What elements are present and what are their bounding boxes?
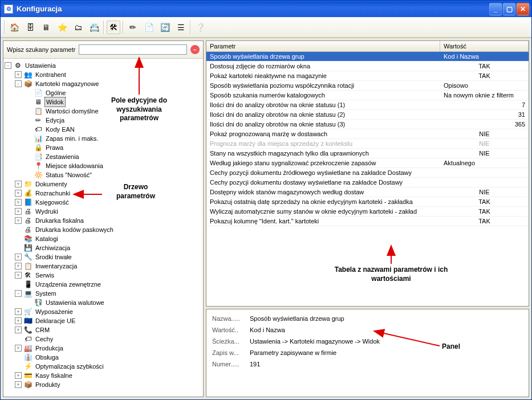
grid-row[interactable]: Ilości dni do analizy obrotów na oknie s…	[206, 120, 529, 129]
tree-item-label[interactable]: Miejsce składowania	[44, 161, 104, 170]
tree-node[interactable]: +🛒Wyposażenie	[5, 307, 202, 316]
grid-row[interactable]: Dostosuj zdjęcie do rozmiarów oknaTAK	[206, 62, 529, 71]
expand-icon[interactable]: +	[15, 71, 22, 78]
collapse-icon[interactable]: -	[15, 80, 22, 87]
tree-item-label[interactable]: Serwis	[34, 271, 55, 280]
tool-icon-4[interactable]: 📇	[87, 21, 101, 34]
grid-body[interactable]: Sposób wyświetlania drzewa grupKod i Naz…	[206, 52, 529, 306]
tree-item-label[interactable]: Drukarka kodów paskowych	[34, 225, 115, 234]
tree-item-label[interactable]: Wyposażenie	[34, 307, 74, 316]
tree-item-label[interactable]: Ogólne	[44, 88, 67, 97]
clear-search-icon[interactable]: −	[190, 45, 200, 54]
tree-node[interactable]: 🏷Cechy	[5, 334, 202, 344]
grid-row[interactable]: Ilości dni do analizy obrotów na oknie s…	[206, 100, 529, 110]
grid-row[interactable]: Pokazuj kolumnę "Ident. kart." kartoteki…	[206, 217, 529, 226]
maximize-button[interactable]: ▢	[503, 3, 515, 15]
tree-node[interactable]: 📄Ogólne	[5, 88, 202, 97]
tree-node[interactable]: +🔧Środki trwałe	[5, 252, 202, 262]
tree-node[interactable]: +📞CRM	[5, 325, 202, 334]
tree-node[interactable]: +💳Kasy fiskalne	[5, 371, 202, 380]
grid-row[interactable]: Sposób szukania numerów katalogowychNa n…	[206, 91, 529, 100]
tree-item-label[interactable]: Deklaracje UE	[34, 316, 76, 325]
expand-icon[interactable]: +	[15, 263, 22, 270]
tree-item-label[interactable]: Zestawienia	[44, 152, 80, 161]
tree-item-label[interactable]: Ustawienia walutowe	[44, 298, 105, 307]
tree-item-label[interactable]: Kartoteki magazynowe	[34, 79, 100, 88]
grid-row[interactable]: Prognoza marży dla miejsca sprzedaży z k…	[206, 139, 529, 149]
tree-item-label[interactable]: Ustawienia	[24, 61, 57, 70]
tree-item-label[interactable]: Kasy fiskalne	[34, 371, 74, 380]
tree-item-label[interactable]: Środki trwałe	[34, 252, 73, 262]
tree-item-label[interactable]: CRM	[34, 325, 51, 334]
tree-item-label[interactable]: Produkty	[34, 380, 61, 389]
tree-item-label[interactable]: Dokumenty	[34, 179, 68, 189]
tree-item-label[interactable]: Optymalizacja szybkości	[34, 362, 105, 371]
tree-node[interactable]: +💰Rozrachunki	[5, 189, 202, 198]
expand-icon[interactable]: +	[15, 326, 22, 333]
col-header-value[interactable]: Wartość	[440, 41, 529, 51]
close-button[interactable]: ✕	[517, 3, 529, 15]
tree-item-label[interactable]: Archiwizacja	[34, 243, 71, 252]
expand-icon[interactable]: +	[15, 308, 22, 315]
minimize-button[interactable]: _	[489, 3, 502, 15]
grid-row[interactable]: Pokaż kartoteki nieaktywne na magazynieT…	[206, 71, 529, 81]
expand-icon[interactable]: +	[15, 199, 22, 206]
tree-node[interactable]: 💱Ustawienia walutowe	[5, 298, 202, 307]
tree-node[interactable]: +📘Księgowość	[5, 198, 202, 207]
tree-item-label[interactable]: Obsługa	[34, 353, 60, 362]
tree-node[interactable]: +🇪🇺Deklaracje UE	[5, 316, 202, 325]
tree-item-label[interactable]: Kontrahent	[34, 70, 67, 79]
collapse-icon[interactable]: -	[15, 290, 22, 297]
col-header-param[interactable]: Parametr	[206, 41, 440, 51]
tree-item-label[interactable]: Urządzenia zewnętrzne	[34, 280, 102, 289]
tree-node[interactable]: +🏭Produkcja	[5, 344, 202, 353]
tree-node[interactable]: 🏷Kody EAN	[5, 125, 202, 134]
tree-node[interactable]: +🖨Drukarka fiskalna	[5, 216, 202, 225]
favorite-icon[interactable]: ⭐	[55, 21, 69, 34]
edit-icon[interactable]: ✏	[126, 21, 140, 34]
tree-node[interactable]: -📦Kartoteki magazynowe	[5, 79, 202, 88]
expand-icon[interactable]: +	[15, 381, 22, 388]
tool-icon-2[interactable]: 🖥	[39, 21, 53, 34]
tree-node[interactable]: 👔Obsługa	[5, 353, 202, 362]
tree-node[interactable]: +👥Kontrahent	[5, 70, 202, 79]
sheet-icon[interactable]: 📄	[142, 21, 156, 34]
tree-node[interactable]: 📱Urządzenia zewnętrzne	[5, 280, 202, 289]
expand-icon[interactable]: +	[15, 372, 22, 379]
tree-node[interactable]: 🔒Prawa	[5, 143, 202, 152]
grid-row[interactable]: Sposób wyświetlania poziomu współczynnik…	[206, 81, 529, 91]
tree-node[interactable]: ✏Edycja	[5, 116, 202, 125]
tree-item-label[interactable]: Cechy	[34, 334, 54, 344]
tree-item-label[interactable]: Inwentaryzacja	[34, 262, 78, 271]
grid-row[interactable]: Sposób wyświetlania drzewa grupKod i Naz…	[206, 52, 529, 62]
tree-item-label[interactable]: Rozrachunki	[34, 189, 71, 198]
tree-node[interactable]: +📦Produkty	[5, 380, 202, 389]
grid-row[interactable]: Cechy pozycji dokumentu źródłowego wyświ…	[206, 168, 529, 178]
tree-item-label[interactable]: Wartości domyślne	[44, 107, 100, 116]
tree-item-label[interactable]: Edycja	[44, 116, 66, 125]
tree-node[interactable]: 📚Katalogi	[5, 234, 202, 243]
tree-item-label[interactable]: Status "Nowość"	[44, 170, 93, 179]
grid-row[interactable]: Cechy pozycji dokumentu dostawy wyświetl…	[206, 178, 529, 187]
expand-icon[interactable]: +	[15, 190, 22, 197]
tree-item-label[interactable]: Wydruki	[34, 207, 59, 216]
help-icon[interactable]: ❔	[193, 21, 207, 34]
tree-item-label[interactable]: Drukarka fiskalna	[34, 216, 85, 225]
expand-icon[interactable]: +	[15, 254, 22, 260]
grid-row[interactable]: Pokaż prognozowaną marżę w dostawachNIE	[206, 129, 529, 139]
collapse-icon[interactable]: -	[5, 62, 11, 69]
expand-icon[interactable]: +	[15, 217, 22, 224]
expand-icon[interactable]: +	[15, 208, 22, 215]
tree-item-label[interactable]: Produkcja	[34, 344, 64, 353]
tree-node[interactable]: +🛠Serwis	[5, 271, 202, 280]
tree-node[interactable]: 📋Wartości domyślne	[5, 107, 202, 116]
tree-node[interactable]: +📋Inwentaryzacja	[5, 262, 202, 271]
tree-node[interactable]: 🖥Widok	[5, 97, 202, 107]
grid-row[interactable]: Dostępny widok stanów magazynowych wedłu…	[206, 187, 529, 197]
grid-row[interactable]: Według jakiego stanu sygnalizować przekr…	[206, 158, 529, 168]
tree-node[interactable]: ⚡Optymalizacja szybkości	[5, 362, 202, 371]
search-input[interactable]	[79, 44, 187, 55]
parameter-tree[interactable]: -⚙Ustawienia+👥Kontrahent-📦Kartoteki maga…	[3, 59, 203, 397]
tree-node[interactable]: 📊Zapas min. i maks.	[5, 134, 202, 143]
tree-node[interactable]: -💻System	[5, 289, 202, 298]
